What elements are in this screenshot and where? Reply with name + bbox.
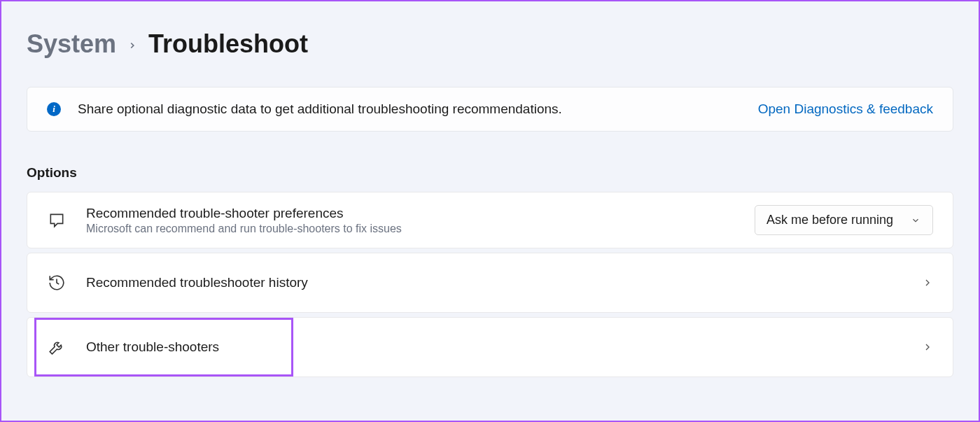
open-diagnostics-link[interactable]: Open Diagnostics & feedback [758,101,933,117]
diagnostics-banner: Share optional diagnostic data to get ad… [27,87,953,132]
info-icon [47,102,61,116]
chevron-down-icon [910,215,921,226]
chevron-right-icon [127,38,137,54]
recommended-prefs-subtitle: Microsoft can recommend and run trouble-… [86,223,755,235]
banner-text: Share optional diagnostic data to get ad… [78,101,758,117]
recommended-preferences-row: Recommended trouble-shooter preferences … [27,192,953,248]
page-title: Troubleshoot [148,29,308,59]
recommended-prefs-title: Recommended trouble-shooter preferences [86,206,755,221]
recommended-prefs-dropdown[interactable]: Ask me before running [755,205,933,235]
history-icon [47,273,66,293]
other-troubleshooters-row[interactable]: Other trouble-shooters [27,317,953,377]
chevron-right-icon [922,277,933,288]
chevron-right-icon [922,342,933,353]
breadcrumb: System Troubleshoot [27,29,953,59]
dropdown-value: Ask me before running [766,213,893,227]
troubleshooter-history-row[interactable]: Recommended troubleshooter history [27,253,953,313]
other-title: Other trouble-shooters [86,339,922,355]
wrench-icon [47,337,66,357]
breadcrumb-parent[interactable]: System [27,29,116,59]
chat-icon [47,211,66,230]
options-section-title: Options [27,165,953,181]
history-title: Recommended troubleshooter history [86,275,922,290]
